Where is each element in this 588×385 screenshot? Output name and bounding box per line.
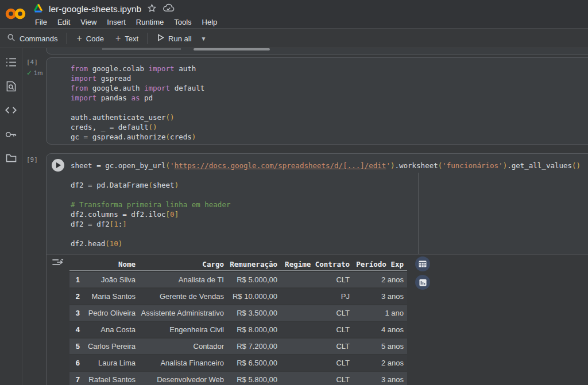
table-of-contents-icon[interactable]	[5, 56, 17, 68]
code-line: sheet = gc.open_by_url('https://docs.goo…	[71, 161, 588, 170]
code-line: import pandas as pd	[71, 93, 588, 103]
add-text-button[interactable]: + Text	[110, 31, 144, 46]
horizontal-scrollbar-thumb[interactable]	[194, 48, 270, 50]
code-line: creds, _ = default()	[71, 122, 588, 132]
table-cell: 2 anos	[350, 272, 407, 287]
find-in-notebook-icon[interactable]	[5, 80, 17, 92]
commands-button[interactable]: Commands	[1, 31, 63, 46]
dataframe-header: NomeCargoRemuneraçãoRegime ContratoPerío…	[69, 258, 407, 271]
table-cell: Assistente Administrativo	[136, 305, 224, 321]
star-icon[interactable]	[147, 3, 157, 15]
menu-view[interactable]: View	[75, 18, 102, 26]
secrets-icon[interactable]	[5, 129, 17, 140]
table-cell: R$ 8.000,00	[224, 322, 277, 337]
code-cell-2[interactable]: sheet = gc.open_by_url('https://docs.goo…	[46, 153, 588, 385]
run-all-dropdown[interactable]: ▼	[198, 31, 209, 46]
code-editor[interactable]: sheet = gc.open_by_url('https://docs.goo…	[47, 154, 588, 248]
table-cell: CLT	[277, 305, 350, 321]
menu-insert[interactable]: Insert	[102, 18, 131, 26]
table-cell: 2 anos	[350, 355, 407, 371]
table-cell: Gerente de Vendas	[136, 289, 224, 304]
row-index: 3	[69, 305, 84, 321]
table-cell: Contador	[136, 339, 224, 354]
menu-tools[interactable]: Tools	[169, 18, 196, 26]
editor-divider	[418, 173, 419, 254]
interactive-table-toggle-icon[interactable]	[52, 258, 64, 270]
table-cell: Ana Costa	[84, 322, 136, 337]
table-row: 7Rafael SantosDesenvolvedor WebR$ 5.800,…	[69, 372, 407, 385]
left-sidebar	[0, 48, 22, 385]
table-cell: R$ 5.000,00	[224, 272, 277, 287]
column-header: Regime Contrato	[277, 258, 350, 271]
table-cell: CLT	[277, 339, 350, 354]
notebook-filename[interactable]: ler-google-sheets.ipynb	[49, 4, 141, 14]
column-header: Remuneração	[224, 258, 277, 271]
table-cell: CLT	[277, 272, 350, 287]
table-cell: R$ 7.200,00	[224, 339, 277, 354]
toolbar-separator	[148, 33, 148, 44]
code-cell-1[interactable]: from google.colab import authimport gspr…	[46, 57, 588, 145]
code-line	[71, 103, 588, 112]
colab-infinity-icon	[5, 7, 26, 21]
table-cell: CLT	[277, 322, 350, 337]
plus-icon: +	[115, 34, 121, 43]
code-line: from google.colab import auth	[71, 64, 588, 73]
table-row: 6Laura LimaAnalista FinanceiroR$ 6.500,0…	[69, 355, 407, 371]
execution-count: [4]	[26, 59, 45, 66]
table-grid-icon	[419, 260, 427, 267]
table-cell: Carlos Pereira	[84, 339, 136, 354]
table-cell: Analista Financeiro	[136, 355, 224, 371]
row-index: 4	[69, 322, 84, 337]
menu-edit[interactable]: Edit	[52, 18, 75, 26]
table-cell: Rafael Santos	[84, 372, 136, 385]
code-line	[71, 229, 588, 239]
column-header: Período Exp	[350, 258, 407, 271]
menu-runtime[interactable]: Runtime	[131, 18, 169, 26]
column-header: Cargo	[136, 258, 224, 271]
run-cell-button[interactable]	[52, 159, 64, 172]
row-index: 5	[69, 339, 84, 354]
code-snippets-icon[interactable]	[5, 104, 17, 116]
table-cell: Analista de TI	[136, 272, 224, 287]
drive-icon	[33, 3, 43, 15]
toolbar-separator	[67, 33, 67, 44]
add-code-button[interactable]: + Code	[71, 31, 109, 46]
table-cell: Laura Lima	[84, 355, 136, 371]
table-cell: 1 ano	[350, 305, 407, 321]
run-all-button[interactable]: Run all	[152, 31, 197, 46]
table-cell: 3 anos	[350, 372, 407, 385]
dataframe-table: NomeCargoRemuneraçãoRegime ContratoPerío…	[69, 257, 407, 385]
suggest-charts-button[interactable]	[415, 275, 430, 290]
cell2-gutter: [9]	[26, 156, 45, 164]
code-line: auth.authenticate_user()	[71, 112, 588, 122]
code-editor[interactable]: from google.colab import authimport gspr…	[47, 58, 588, 142]
row-index: 7	[69, 372, 84, 385]
interactive-table-button[interactable]	[415, 256, 430, 271]
bar-chart-icon	[419, 279, 427, 286]
table-cell: CLT	[277, 372, 350, 385]
notebook-area: [4] ✓ 1m from google.colab import authim…	[23, 48, 588, 385]
horizontal-scrollbar-track[interactable]	[102, 48, 181, 50]
search-icon	[7, 33, 16, 44]
row-index: 6	[69, 355, 84, 371]
table-cell: R$ 3.500,00	[224, 305, 277, 321]
files-icon[interactable]	[5, 153, 17, 164]
chevron-down-icon: ▼	[201, 36, 207, 42]
table-row: 3Pedro OliveiraAssistente Administrativo…	[69, 305, 407, 321]
code-line: df2 = df2[1:]	[71, 219, 588, 229]
table-cell: 5 anos	[350, 339, 407, 354]
colab-logo[interactable]	[5, 7, 26, 23]
menu-help[interactable]: Help	[197, 18, 223, 26]
execution-count: [9]	[26, 156, 45, 164]
table-cell: R$ 10.000,00	[224, 289, 277, 304]
toolbar: Commands + Code + Text Run all ▼	[0, 29, 588, 48]
cloud-saved-icon[interactable]	[163, 3, 175, 15]
table-cell: Desenvolvedor Web	[136, 372, 224, 385]
menu-file[interactable]: File	[30, 18, 52, 26]
colab-window: ler-google-sheets.ipynb File Edit View I…	[0, 0, 588, 385]
table-row: 1João SilvaAnalista de TIR$ 5.000,00CLT2…	[69, 272, 407, 287]
code-line	[71, 190, 588, 200]
code-line: df2.columns = df2.iloc[0]	[71, 209, 588, 219]
table-cell: CLT	[277, 355, 350, 371]
table-row: 2Maria SantosGerente de VendasR$ 10.000,…	[69, 289, 407, 304]
